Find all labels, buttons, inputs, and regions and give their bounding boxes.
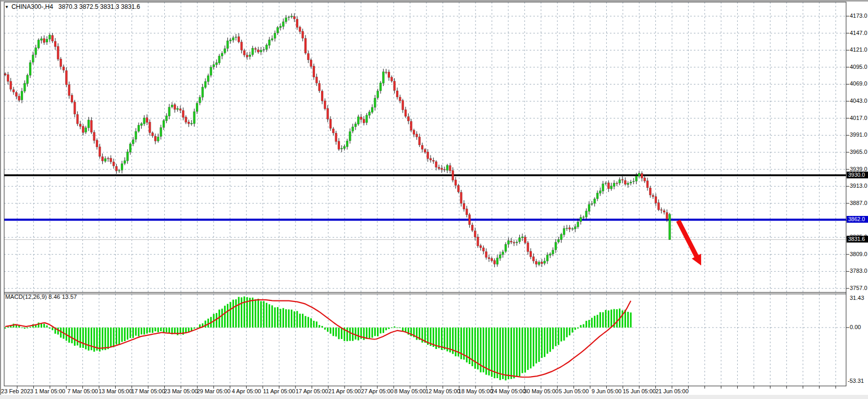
trading-chart-window: ▼CHINA300-,H43870.3 3872.5 3831.3 3831.6… xyxy=(0,0,868,399)
time-axis-label: 24 May 05:00 xyxy=(491,388,526,394)
price-axis-label: 3965.0 xyxy=(850,149,867,155)
time-axis-label: 4 Apr 05:00 xyxy=(231,388,261,394)
window-bottom-edge xyxy=(0,395,868,399)
time-axis-label: 17 Mar 05:00 xyxy=(131,388,165,394)
time-axis-label: 13 Mar 05:00 xyxy=(99,388,132,394)
time-axis-label: 7 Mar 05:00 xyxy=(67,388,98,394)
price-axis-label: 3991.0 xyxy=(850,131,867,138)
price-axis-label: 4121.0 xyxy=(850,46,867,53)
time-axis-label: 27 Apr 05:00 xyxy=(361,388,394,394)
time-axis-label: 29 Mar 05:00 xyxy=(197,388,230,394)
candle-bodies xyxy=(4,16,671,264)
time-axis-label: 21 Jun 05:00 xyxy=(655,388,689,394)
price-axis-label: 3809.0 xyxy=(850,251,867,257)
time-axis-label: 1 Mar 05:00 xyxy=(34,388,65,394)
time-axis-label: 30 May 05:00 xyxy=(523,388,558,394)
symbol-header: ▼CHINA300-,H43870.3 3872.5 3831.3 3831.6 xyxy=(5,3,140,10)
time-axis-label: 17 Apr 05:00 xyxy=(296,388,328,394)
price-axis-label: 3913.0 xyxy=(850,183,867,189)
price-axis-label: 4069.0 xyxy=(850,80,867,87)
symbol-timeframe-label: CHINA300-,H4 xyxy=(11,3,53,10)
time-axis-label: 15 Jun 05:00 xyxy=(622,388,656,394)
price-badge-support: 3862.0 xyxy=(847,216,868,223)
time-axis-label: 23 Feb 2023 xyxy=(1,388,33,394)
macd-name: MACD(12,26,9) xyxy=(5,294,47,300)
time-axis-label: 23 Mar 05:00 xyxy=(164,388,198,394)
macd-histogram xyxy=(5,296,632,380)
symbol-dropdown-icon: ▼ xyxy=(5,5,9,9)
price-badge-current: 3831.6 xyxy=(847,236,868,243)
price-axis-label: 4017.0 xyxy=(850,115,867,121)
macd-axis-max: 31.43 xyxy=(850,295,864,301)
chart-svg xyxy=(0,0,868,399)
price-axis-label: 4173.0 xyxy=(850,13,867,19)
time-axis-label: 18 May 05:00 xyxy=(458,388,493,394)
price-axis-label: 4147.0 xyxy=(850,30,867,36)
price-axis-label: 3757.0 xyxy=(850,285,867,291)
macd-values: 8.46 13.57 xyxy=(48,294,77,300)
ohlc-readout: 3870.3 3872.5 3831.3 3831.6 xyxy=(58,3,140,10)
price-axis-label: 4095.0 xyxy=(850,64,867,70)
price-axis-label: 3887.0 xyxy=(850,200,867,206)
price-axis-label: 4043.0 xyxy=(850,98,867,104)
price-chart-canvas[interactable] xyxy=(0,0,868,399)
time-axis-label: 8 May 05:00 xyxy=(394,388,426,394)
time-axis-label: 9 Jun 05:00 xyxy=(592,388,622,394)
macd-axis-zero: 0.00 xyxy=(850,324,861,330)
time-axis-label: 11 Apr 05:00 xyxy=(263,388,296,394)
price-badge-resistance: 3930.0 xyxy=(847,172,868,178)
time-axis-label: 5 Jun 05:00 xyxy=(559,388,589,394)
price-axis-label: 3939.0 xyxy=(850,166,867,172)
time-axis-label: 21 Apr 05:00 xyxy=(328,388,361,394)
price-axis-label: 3783.0 xyxy=(850,268,867,274)
macd-indicator-label: MACD(12,26,9) 8.46 13.57 xyxy=(5,294,77,300)
time-axis-label: 12 May 05:00 xyxy=(425,388,460,394)
macd-axis-min: -53.31 xyxy=(848,378,864,384)
sell-arrow-annotation xyxy=(678,221,701,265)
